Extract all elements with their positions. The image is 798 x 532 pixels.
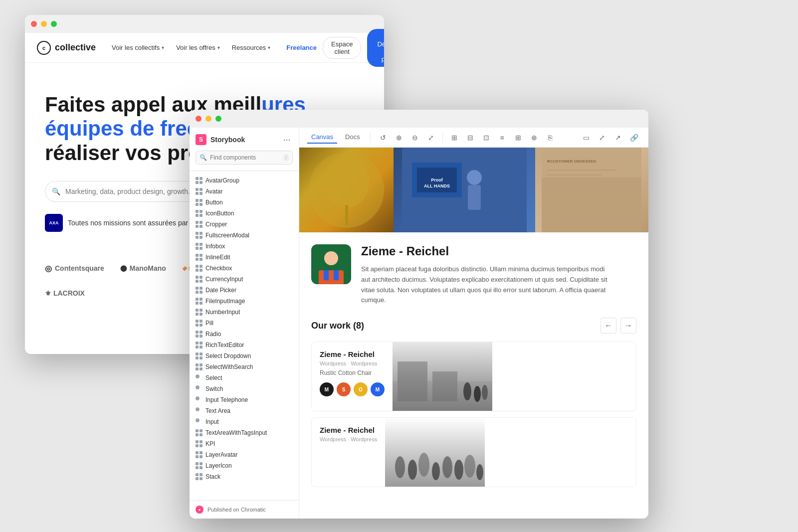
sidebar-item-radio[interactable]: Radio xyxy=(190,329,299,340)
logo-manomano: ⬤ ManoMano xyxy=(120,264,166,272)
badge-text: Toutes nos missions sont assurées par AX… xyxy=(68,219,203,227)
sb-search-input[interactable] xyxy=(196,151,293,165)
svg-point-26 xyxy=(482,385,488,400)
sidebar-item-fullscreenmodal[interactable]: FullscreenModal xyxy=(190,230,299,241)
sidebar-item-selectdropdown[interactable]: Select Dropdown xyxy=(190,351,299,361)
grid-icon xyxy=(196,276,202,283)
sidebar-item-switch[interactable]: Switch xyxy=(190,383,299,394)
espace-client-button[interactable]: Espace client xyxy=(323,37,361,59)
tab-canvas[interactable]: Canvas xyxy=(307,131,337,144)
layout-btn[interactable]: ⊡ xyxy=(480,131,493,144)
close-dot[interactable] xyxy=(31,21,37,27)
hero-image-3: ★CUSTOMER OBSESSED xyxy=(535,148,648,232)
sidebar-item-select[interactable]: Select xyxy=(190,372,299,383)
maximize-dot[interactable] xyxy=(215,116,221,122)
split-view-btn[interactable]: ⊟ xyxy=(464,131,477,144)
canvas-content: Proof ALL HANDS ★CUSTOMER OBSESSED xyxy=(299,148,648,519)
search-shortcut: / xyxy=(283,155,289,161)
table-btn[interactable]: ≡ xyxy=(496,131,509,144)
zoom-in-icon-btn[interactable]: ⊕ xyxy=(393,131,405,144)
sb-menu-button[interactable]: ··· xyxy=(281,134,293,146)
close-dot[interactable] xyxy=(196,116,201,122)
sidebar-item-selectwithsearch[interactable]: SelectWithSearch xyxy=(190,361,299,372)
sidebar-item-checkbox[interactable]: Checkbox xyxy=(190,263,299,274)
tab-docs[interactable]: Docs xyxy=(341,131,364,144)
nav-freelance[interactable]: Freelance xyxy=(286,44,317,51)
chevron-icon: ▾ xyxy=(217,45,220,50)
deposer-projet-button[interactable]: → Déposer un projet xyxy=(367,29,384,67)
storybook-sidebar: S Storybook ··· 🔍 / xyxy=(190,128,299,519)
sidebar-item-input[interactable]: Input xyxy=(190,416,299,427)
work-card-2-wrapper: Zieme - Reichel Wordpress · Wordpress xyxy=(311,417,636,487)
external-link-btn[interactable]: ↗ xyxy=(611,131,624,144)
grid-icon xyxy=(196,320,202,327)
panel-toggle-btn[interactable]: ▭ xyxy=(580,131,593,144)
maximize-dot[interactable] xyxy=(51,21,57,27)
logo-contentsquare: ◎ Contentsquare xyxy=(45,264,104,273)
sidebar-item-fileinputimage[interactable]: FileInputImage xyxy=(190,296,299,307)
svg-rect-17 xyxy=(324,270,329,280)
dot-icon xyxy=(196,374,202,381)
zoom-reset-icon-btn[interactable]: ⤢ xyxy=(424,131,437,144)
work-card-1-image xyxy=(393,342,492,411)
sb-search[interactable]: 🔍 / xyxy=(196,151,293,165)
svg-point-36 xyxy=(476,464,483,480)
sb-footer: ● Published on Chromatic xyxy=(190,500,299,519)
globe-btn[interactable]: ⊕ xyxy=(528,131,541,144)
sidebar-item-richtexteditor[interactable]: RichTextEditor xyxy=(190,340,299,351)
avatar-s: S xyxy=(337,382,351,396)
grid-icon xyxy=(196,243,202,250)
storybook-titlebar xyxy=(190,110,648,128)
grid-view-btn[interactable]: ⊞ xyxy=(448,131,461,144)
nav-voir-collectifs[interactable]: Voir les collectifs ▾ xyxy=(112,44,164,51)
grid-icon xyxy=(196,440,202,447)
sb-logo-row: S Storybook ··· xyxy=(196,134,293,146)
sidebar-header: S Storybook ··· 🔍 / xyxy=(190,128,299,171)
sidebar-item-layericon[interactable]: LayerIcon xyxy=(190,460,299,471)
chromatic-icon: ● xyxy=(196,506,203,514)
svg-point-24 xyxy=(463,382,471,400)
sidebar-item-textarea[interactable]: Text Area xyxy=(190,405,299,416)
work-prev-button[interactable]: ← xyxy=(600,318,616,334)
copy-btn[interactable]: ⎘ xyxy=(544,131,557,144)
sidebar-item-datepicker[interactable]: Date Picker xyxy=(190,285,299,296)
axa-logo: AXA xyxy=(45,214,63,232)
toolbar-sep2 xyxy=(442,133,443,143)
sidebar-item-cropper[interactable]: Cropper xyxy=(190,219,299,230)
sidebar-item-iconbutton[interactable]: IconButton xyxy=(190,208,299,219)
sidebar-item-stack[interactable]: Stack xyxy=(190,471,299,482)
nav-actions: Freelance Espace client → Déposer un pro… xyxy=(286,29,384,67)
minimize-dot[interactable] xyxy=(41,21,47,27)
svg-point-29 xyxy=(395,456,405,478)
sidebar-item-currencyinput[interactable]: CurrencyInput xyxy=(190,274,299,285)
minimize-dot[interactable] xyxy=(205,116,211,122)
sidebar-item-button[interactable]: Button xyxy=(190,197,299,208)
svg-rect-18 xyxy=(334,270,339,280)
reload-icon-btn[interactable]: ↺ xyxy=(377,131,390,144)
sidebar-item-avatargroup[interactable]: AvatarGroup xyxy=(190,175,299,186)
sidebar-item-layeravatar[interactable]: LayerAvatar xyxy=(190,449,299,460)
chevron-icon: ▾ xyxy=(162,45,164,50)
fullscreen-btn[interactable]: ⤢ xyxy=(596,131,608,144)
share-btn[interactable]: 🔗 xyxy=(627,131,640,144)
sidebar-item-pill[interactable]: Pill xyxy=(190,318,299,329)
grid-icon xyxy=(196,309,202,316)
panel-btn[interactable]: ⊞ xyxy=(512,131,525,144)
avatar-mb: M xyxy=(371,382,385,396)
work-next-button[interactable]: → xyxy=(620,318,636,334)
our-work-header: Our work (8) ← → xyxy=(311,318,636,334)
sidebar-item-infobox[interactable]: Infobox xyxy=(190,241,299,252)
nav-ressources[interactable]: Ressources ▾ xyxy=(232,44,271,51)
nav-voir-offres[interactable]: Voir les offres ▾ xyxy=(176,44,220,51)
dot-icon xyxy=(196,396,202,403)
sidebar-item-inputtelephone[interactable]: Input Telephone xyxy=(190,394,299,405)
storybook-window: S Storybook ··· 🔍 / xyxy=(190,110,648,519)
sidebar-item-kpi[interactable]: KPI xyxy=(190,438,299,449)
grid-icon xyxy=(196,221,202,228)
sidebar-item-inlineedit[interactable]: InlineEdit xyxy=(190,252,299,263)
svg-point-35 xyxy=(464,455,475,478)
sidebar-item-avatar[interactable]: Avatar xyxy=(190,186,299,197)
sidebar-item-textareawithtags[interactable]: TextAreaWithTagsInput xyxy=(190,427,299,438)
sidebar-item-numberinput[interactable]: NumberInput xyxy=(190,307,299,318)
zoom-out-icon-btn[interactable]: ⊖ xyxy=(408,131,421,144)
